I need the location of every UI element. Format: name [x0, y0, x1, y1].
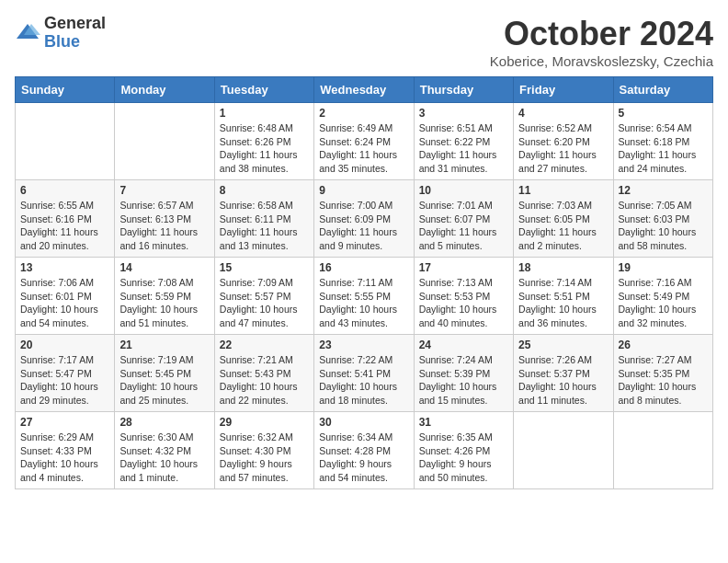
- day-cell: 21Sunrise: 7:19 AMSunset: 5:45 PMDayligh…: [115, 335, 214, 412]
- day-cell: 28Sunrise: 6:30 AMSunset: 4:32 PMDayligh…: [115, 412, 214, 489]
- day-cell: 6Sunrise: 6:55 AMSunset: 6:16 PMDaylight…: [16, 180, 115, 258]
- day-cell: 9Sunrise: 7:00 AMSunset: 6:09 PMDaylight…: [314, 180, 414, 258]
- day-info: Sunrise: 6:35 AMSunset: 4:26 PMDaylight:…: [419, 431, 508, 485]
- calendar-subtitle: Koberice, Moravskoslezsky, Czechia: [490, 53, 713, 69]
- day-number: 9: [319, 184, 408, 197]
- day-number: 13: [20, 261, 109, 274]
- day-number: 4: [518, 107, 608, 120]
- day-info: Sunrise: 7:03 AMSunset: 6:05 PMDaylight:…: [518, 199, 608, 253]
- day-info: Sunrise: 6:32 AMSunset: 4:30 PMDaylight:…: [220, 431, 309, 485]
- day-cell: 14Sunrise: 7:08 AMSunset: 5:59 PMDayligh…: [115, 258, 214, 335]
- day-cell: 16Sunrise: 7:11 AMSunset: 5:55 PMDayligh…: [314, 258, 414, 335]
- day-cell: 29Sunrise: 6:32 AMSunset: 4:30 PMDayligh…: [214, 412, 313, 489]
- day-info: Sunrise: 6:52 AMSunset: 6:20 PMDaylight:…: [518, 121, 608, 176]
- day-cell: 7Sunrise: 6:57 AMSunset: 6:13 PMDaylight…: [115, 180, 214, 258]
- day-info: Sunrise: 7:16 AMSunset: 5:49 PMDaylight:…: [619, 276, 708, 330]
- day-info: Sunrise: 7:21 AMSunset: 5:43 PMDaylight:…: [220, 353, 309, 408]
- day-info: Sunrise: 7:26 AMSunset: 5:37 PMDaylight:…: [518, 353, 608, 408]
- header-monday: Monday: [115, 77, 214, 103]
- day-cell: 1Sunrise: 6:48 AMSunset: 6:26 PMDaylight…: [214, 103, 313, 180]
- day-info: Sunrise: 6:29 AMSunset: 4:33 PMDaylight:…: [20, 431, 109, 485]
- day-info: Sunrise: 6:49 AMSunset: 6:24 PMDaylight:…: [319, 121, 408, 176]
- day-info: Sunrise: 7:14 AMSunset: 5:51 PMDaylight:…: [518, 276, 608, 330]
- day-info: Sunrise: 7:11 AMSunset: 5:55 PMDaylight:…: [319, 276, 408, 330]
- day-info: Sunrise: 7:08 AMSunset: 5:59 PMDaylight:…: [119, 276, 209, 330]
- day-cell: 25Sunrise: 7:26 AMSunset: 5:37 PMDayligh…: [514, 335, 613, 412]
- week-row-2: 13Sunrise: 7:06 AMSunset: 6:01 PMDayligh…: [16, 258, 713, 335]
- day-info: Sunrise: 6:57 AMSunset: 6:13 PMDaylight:…: [119, 199, 209, 253]
- day-cell: 15Sunrise: 7:09 AMSunset: 5:57 PMDayligh…: [214, 258, 313, 335]
- day-number: 21: [119, 339, 209, 351]
- day-cell: 17Sunrise: 7:13 AMSunset: 5:53 PMDayligh…: [414, 258, 513, 335]
- day-number: 3: [419, 107, 508, 120]
- calendar-table: SundayMondayTuesdayWednesdayThursdayFrid…: [15, 76, 713, 489]
- day-info: Sunrise: 7:06 AMSunset: 6:01 PMDaylight:…: [20, 276, 109, 330]
- day-number: 16: [319, 261, 408, 274]
- week-row-0: 1Sunrise: 6:48 AMSunset: 6:26 PMDaylight…: [16, 103, 713, 180]
- header-tuesday: Tuesday: [214, 77, 313, 103]
- day-cell: 18Sunrise: 7:14 AMSunset: 5:51 PMDayligh…: [514, 258, 613, 335]
- day-number: 22: [220, 339, 309, 351]
- logo-general-text: General: [44, 15, 106, 33]
- header-thursday: Thursday: [414, 77, 513, 103]
- day-info: Sunrise: 7:27 AMSunset: 5:35 PMDaylight:…: [619, 353, 708, 408]
- week-row-1: 6Sunrise: 6:55 AMSunset: 6:16 PMDaylight…: [16, 180, 713, 258]
- day-number: 17: [419, 261, 508, 274]
- day-info: Sunrise: 7:13 AMSunset: 5:53 PMDaylight:…: [419, 276, 508, 330]
- day-info: Sunrise: 7:01 AMSunset: 6:07 PMDaylight:…: [419, 199, 508, 253]
- day-info: Sunrise: 7:22 AMSunset: 5:41 PMDaylight:…: [319, 353, 408, 408]
- day-number: 31: [419, 416, 508, 429]
- day-cell: [115, 103, 214, 180]
- logo-text: General Blue: [44, 15, 106, 52]
- title-block: October 2024 Koberice, Moravskoslezsky, …: [490, 15, 713, 69]
- day-number: 20: [20, 339, 109, 351]
- day-number: 28: [119, 416, 209, 429]
- day-number: 24: [419, 339, 508, 351]
- day-number: 25: [518, 339, 608, 351]
- day-info: Sunrise: 7:19 AMSunset: 5:45 PMDaylight:…: [119, 353, 209, 408]
- day-info: Sunrise: 7:05 AMSunset: 6:03 PMDaylight:…: [619, 199, 708, 253]
- day-number: 11: [518, 184, 608, 197]
- day-cell: 19Sunrise: 7:16 AMSunset: 5:49 PMDayligh…: [613, 258, 712, 335]
- day-number: 26: [619, 339, 708, 351]
- week-row-4: 27Sunrise: 6:29 AMSunset: 4:33 PMDayligh…: [16, 412, 713, 489]
- header-saturday: Saturday: [613, 77, 712, 103]
- day-cell: [16, 103, 115, 180]
- page-header: General Blue October 2024 Koberice, Mora…: [15, 15, 713, 69]
- header-sunday: Sunday: [16, 77, 115, 103]
- day-info: Sunrise: 7:17 AMSunset: 5:47 PMDaylight:…: [20, 353, 109, 408]
- day-number: 14: [119, 261, 209, 274]
- day-cell: 30Sunrise: 6:34 AMSunset: 4:28 PMDayligh…: [314, 412, 414, 489]
- day-info: Sunrise: 7:24 AMSunset: 5:39 PMDaylight:…: [419, 353, 508, 408]
- day-cell: 27Sunrise: 6:29 AMSunset: 4:33 PMDayligh…: [16, 412, 115, 489]
- day-cell: 31Sunrise: 6:35 AMSunset: 4:26 PMDayligh…: [414, 412, 513, 489]
- day-cell: 12Sunrise: 7:05 AMSunset: 6:03 PMDayligh…: [613, 180, 712, 258]
- day-cell: 20Sunrise: 7:17 AMSunset: 5:47 PMDayligh…: [16, 335, 115, 412]
- day-info: Sunrise: 6:58 AMSunset: 6:11 PMDaylight:…: [220, 199, 309, 253]
- day-info: Sunrise: 6:54 AMSunset: 6:18 PMDaylight:…: [619, 121, 708, 176]
- day-number: 6: [20, 184, 109, 197]
- day-info: Sunrise: 6:51 AMSunset: 6:22 PMDaylight:…: [419, 121, 508, 176]
- day-cell: 4Sunrise: 6:52 AMSunset: 6:20 PMDaylight…: [514, 103, 613, 180]
- day-number: 8: [220, 184, 309, 197]
- day-number: 29: [220, 416, 309, 429]
- day-cell: 2Sunrise: 6:49 AMSunset: 6:24 PMDaylight…: [314, 103, 414, 180]
- day-cell: 11Sunrise: 7:03 AMSunset: 6:05 PMDayligh…: [514, 180, 613, 258]
- day-cell: [613, 412, 712, 489]
- day-cell: 13Sunrise: 7:06 AMSunset: 6:01 PMDayligh…: [16, 258, 115, 335]
- day-cell: 3Sunrise: 6:51 AMSunset: 6:22 PMDaylight…: [414, 103, 513, 180]
- day-number: 10: [419, 184, 508, 197]
- day-info: Sunrise: 7:00 AMSunset: 6:09 PMDaylight:…: [319, 199, 408, 253]
- day-number: 18: [518, 261, 608, 274]
- day-number: 23: [319, 339, 408, 351]
- day-cell: 26Sunrise: 7:27 AMSunset: 5:35 PMDayligh…: [613, 335, 712, 412]
- header-friday: Friday: [514, 77, 613, 103]
- logo-blue-text: Blue: [44, 33, 106, 52]
- day-info: Sunrise: 6:55 AMSunset: 6:16 PMDaylight:…: [20, 199, 109, 253]
- day-number: 15: [220, 261, 309, 274]
- calendar-header-row: SundayMondayTuesdayWednesdayThursdayFrid…: [16, 77, 713, 103]
- day-info: Sunrise: 6:30 AMSunset: 4:32 PMDaylight:…: [119, 431, 209, 485]
- day-cell: 10Sunrise: 7:01 AMSunset: 6:07 PMDayligh…: [414, 180, 513, 258]
- logo-icon: [15, 20, 40, 46]
- day-number: 1: [220, 107, 309, 120]
